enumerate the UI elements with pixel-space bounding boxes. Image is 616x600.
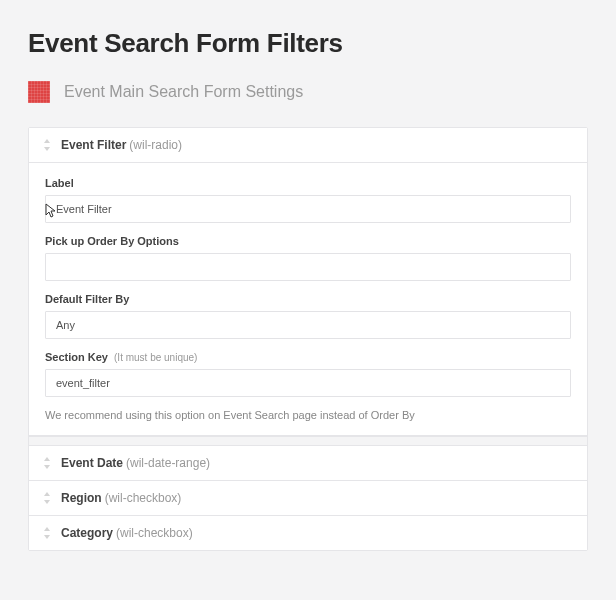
accordion-meta: (wil-checkbox) [105, 491, 182, 505]
field-label: Label [45, 177, 571, 189]
page-subtitle: Event Main Search Form Settings [64, 83, 303, 101]
section-spacer [29, 436, 587, 446]
page-title: Event Search Form Filters [28, 28, 588, 59]
accordion-title: Region [61, 491, 102, 505]
drag-handle-icon[interactable] [43, 457, 51, 469]
field-group-orderby: Pick up Order By Options [45, 235, 571, 281]
drag-handle-icon[interactable] [43, 139, 51, 151]
drag-handle-icon[interactable] [43, 527, 51, 539]
orderby-input[interactable] [45, 253, 571, 281]
accordion-header-region[interactable]: Region (wil-checkbox) [29, 481, 587, 516]
accordion-header-category[interactable]: Category (wil-checkbox) [29, 516, 587, 550]
accordion-meta: (wil-checkbox) [116, 526, 193, 540]
field-label: Section Key (It must be unique) [45, 351, 571, 363]
accordion-title: Event Date [61, 456, 123, 470]
filters-panel: Event Filter (wil-radio) Label Pick up O… [28, 127, 588, 551]
collapsed-sections: Event Date (wil-date-range) Region (wil-… [29, 446, 587, 550]
accordion-header-event-filter[interactable]: Event Filter (wil-radio) [29, 128, 587, 163]
field-label-text: Section Key [45, 351, 108, 363]
default-filter-input[interactable] [45, 311, 571, 339]
field-group-section-key: Section Key (It must be unique) [45, 351, 571, 397]
label-input[interactable] [45, 195, 571, 223]
subtitle-row: Event Main Search Form Settings [28, 81, 588, 103]
accordion-meta: (wil-radio) [129, 138, 182, 152]
accordion-title: Category [61, 526, 113, 540]
help-text: We recommend using this option on Event … [45, 409, 571, 421]
accordion-title: Event Filter [61, 138, 126, 152]
field-group-default-filter: Default Filter By [45, 293, 571, 339]
section-key-input[interactable] [45, 369, 571, 397]
field-label: Pick up Order By Options [45, 235, 571, 247]
accordion-meta: (wil-date-range) [126, 456, 210, 470]
drag-handle-icon[interactable] [43, 492, 51, 504]
accent-square-icon [28, 81, 50, 103]
field-group-label: Label [45, 177, 571, 223]
field-label: Default Filter By [45, 293, 571, 305]
field-label-note: (It must be unique) [114, 352, 197, 363]
accordion-header-event-date[interactable]: Event Date (wil-date-range) [29, 446, 587, 481]
accordion-body-event-filter: Label Pick up Order By Options Default F… [29, 163, 587, 436]
